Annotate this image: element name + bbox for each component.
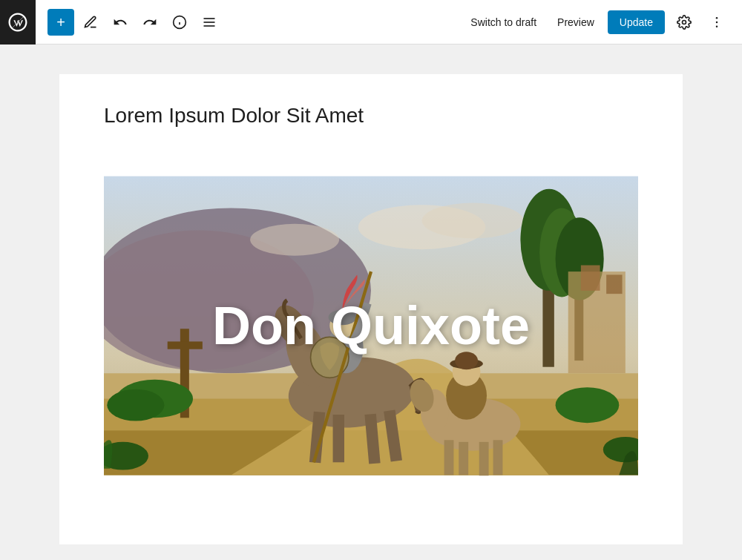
svg-rect-4 [204,22,215,23]
list-view-icon [202,15,217,30]
redo-icon [142,15,157,30]
update-button[interactable]: Update [608,10,665,34]
svg-point-54 [455,352,478,369]
pen-icon [83,15,98,30]
undo-button[interactable] [107,9,134,36]
svg-rect-48 [459,442,468,475]
settings-button[interactable] [671,9,697,36]
svg-point-30 [107,389,164,421]
cover-image [104,151,638,500]
svg-point-9 [716,25,718,27]
redo-button[interactable] [137,9,163,36]
add-block-button[interactable]: + [47,9,74,36]
more-options-icon [709,15,724,30]
info-button[interactable] [166,9,193,36]
cover-block[interactable]: Don Quixote [104,151,638,500]
svg-rect-36 [333,415,344,462]
toolbar: + [0,0,742,45]
edit-mode-button[interactable] [77,9,104,36]
post-title[interactable]: Lorem Ipsum Dolor Sit Amet [104,104,638,128]
wp-logo[interactable] [0,0,36,45]
wordpress-icon [7,11,29,33]
svg-point-8 [716,21,718,23]
svg-point-14 [422,203,524,239]
info-icon [172,15,187,30]
svg-point-42 [329,310,357,326]
svg-rect-5 [204,25,215,27]
toolbar-right: Switch to draft Preview Update [463,9,730,36]
undo-icon [113,15,128,30]
svg-rect-23 [606,274,622,294]
preview-button[interactable]: Preview [550,12,602,33]
svg-rect-47 [444,440,454,475]
settings-icon [677,15,692,30]
switch-to-draft-button[interactable]: Switch to draft [463,12,544,33]
svg-rect-49 [479,442,489,475]
svg-rect-3 [204,18,215,19]
more-options-button[interactable] [703,9,730,36]
editor-content: Lorem Ipsum Dolor Sit Amet [59,74,683,544]
svg-rect-22 [581,266,600,291]
svg-point-31 [556,387,620,423]
svg-rect-50 [493,440,503,475]
svg-point-6 [683,20,686,24]
editor-area: Lorem Ipsum Dolor Sit Amet [0,45,742,560]
painting-svg [104,151,638,500]
toolbar-left: + [47,9,460,36]
svg-point-15 [250,224,339,256]
svg-point-7 [716,16,718,19]
svg-rect-28 [168,341,203,349]
list-view-button[interactable] [196,9,223,36]
